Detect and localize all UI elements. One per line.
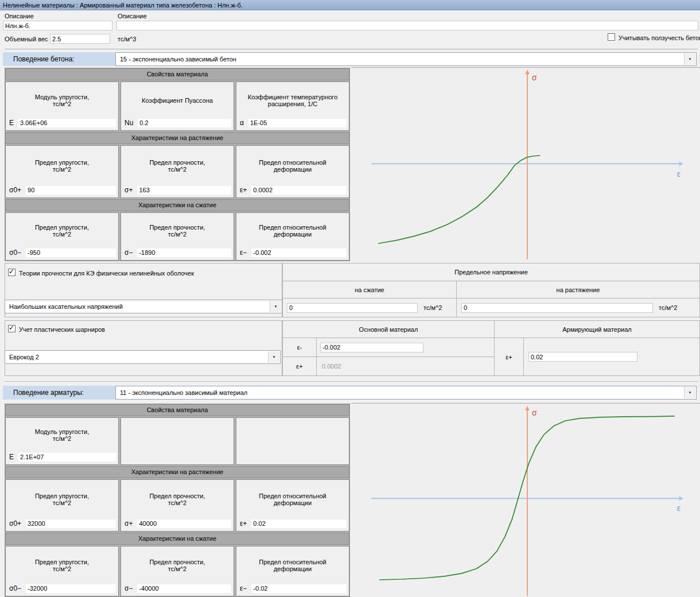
hinges-checkbox[interactable]: ✓ <box>8 325 15 332</box>
steel-compression-elastic-cell: Предел упругости, тс/м^2 σ0− <box>5 546 119 596</box>
concrete-tension-strain-cell: Предел относительной деформации ε+ <box>236 145 349 198</box>
concrete-behavior-combobox[interactable]: 15 - экспоненциально зависимый бетон ▼ <box>115 52 697 66</box>
chevron-down-icon[interactable]: ▼ <box>270 301 281 312</box>
concrete-tension-strength-input[interactable] <box>137 186 231 195</box>
cell-label: Предел прочности, тс/м^2 <box>121 213 234 247</box>
cell-prefix: α <box>240 119 244 127</box>
concrete-tension-strength-cell: Предел прочности, тс/м^2 σ+ <box>120 145 234 198</box>
concrete-tension-elastic-cell: Предел упругости, тс/м^2 σ0+ <box>5 145 119 198</box>
cell-label: Предел относительной деформации <box>236 146 349 184</box>
creep-checkbox[interactable] <box>608 33 615 41</box>
section-header-material-properties: Свойства материала <box>5 68 349 80</box>
hinges-combo-value: Еврокод 2 <box>9 351 39 363</box>
reinf-behavior-combobox[interactable]: 11 - экспоненциально зависимый материал … <box>115 386 697 400</box>
svg-text:σ: σ <box>532 408 537 417</box>
hinges-checkbox-label: Учет пластических шарниров <box>19 326 105 333</box>
theory-combo-value: Наибольших касательных напряжений <box>9 300 123 313</box>
nonlinear-material-dialog: Нелинейные материалы : Армированный мате… <box>0 0 700 597</box>
concrete-compression-elastic-input[interactable] <box>26 249 116 257</box>
cell-prefix: σ+ <box>125 186 133 194</box>
chevron-down-icon[interactable]: ▼ <box>268 351 279 363</box>
chevron-down-icon[interactable]: ▼ <box>684 53 695 65</box>
main-eps-plus-value: 0.0002 <box>322 363 341 370</box>
section-header-compression: Характеристики на сжатие <box>5 199 349 211</box>
checkmark-icon: ✓ <box>9 324 14 332</box>
cell-prefix: σ0+ <box>9 520 21 528</box>
theory-combobox[interactable]: Наибольших касательных напряжений ▼ <box>5 300 282 313</box>
concrete-poisson-cell: Коэффициент Пуассона Nu <box>120 82 234 131</box>
hinge-materials-table: Основной материал Армирующий материал ε-… <box>282 320 700 376</box>
concrete-modulus-input[interactable] <box>18 119 116 127</box>
cell-prefix: E <box>9 119 14 127</box>
concrete-modulus-cell: Модуль упругости, тс/м^2 E <box>5 82 119 131</box>
cell-label: Модуль упругости, тс/м^2 <box>6 418 118 451</box>
concrete-tension-elastic-input[interactable] <box>26 186 116 195</box>
cell-label: Модуль упругости, тс/м^2 <box>6 82 118 117</box>
cell-label: Предел прочности, тс/м^2 <box>121 146 234 184</box>
steel-modulus-input[interactable] <box>18 453 116 462</box>
steel-tension-strain-input[interactable] <box>251 520 347 528</box>
cell-label: Предел прочности, тс/м^2 <box>121 480 234 518</box>
description-input-2[interactable] <box>116 21 698 30</box>
concrete-behavior-label: Поведение бетона: <box>3 52 115 66</box>
concrete-thermal-input[interactable] <box>248 119 347 127</box>
main-eps-minus-label: ε- <box>283 338 317 356</box>
concrete-compression-elastic-cell: Предел упругости, тс/м^2 σ0− <box>5 212 119 261</box>
hinges-combobox[interactable]: Еврокод 2 ▼ <box>5 350 281 364</box>
description-input-1[interactable] <box>3 21 112 30</box>
steel-compression-elastic-input[interactable] <box>26 584 116 593</box>
limit-stress-table: Предельное напряжение на сжатие на растя… <box>282 263 700 317</box>
reinf-eps-plus-label: ε+ <box>495 338 524 375</box>
steel-compression-strength-cell: Предел прочности, тс/м^2 σ− <box>120 546 234 596</box>
cell-prefix: E <box>9 453 14 461</box>
limit-stress-col-compression: на сжатие <box>283 281 457 298</box>
limit-tension-input[interactable] <box>461 303 653 313</box>
concrete-compression-strain-input[interactable] <box>251 249 347 257</box>
steel-compression-strain-input[interactable] <box>251 584 347 593</box>
reinf-material-header: Армирующий материал <box>495 321 699 338</box>
steel-tension-strength-input[interactable] <box>137 520 231 528</box>
cell-label: Предел упругости, тс/м^2 <box>6 146 118 184</box>
concrete-compression-strength-cell: Предел прочности, тс/м^2 σ− <box>120 212 234 261</box>
cell-prefix: ε− <box>240 249 247 257</box>
cell-label: Предел относительной деформации <box>236 213 349 247</box>
cell-label: Предел упругости, тс/м^2 <box>6 546 118 583</box>
cell-label: Коэффициент Пуассона <box>121 82 234 117</box>
concrete-compression-strain-cell: Предел относительной деформации ε− <box>236 212 349 261</box>
limit-compression-input[interactable] <box>287 303 418 313</box>
concrete-compression-strength-input[interactable] <box>137 249 231 257</box>
concrete-tension-strain-input[interactable] <box>251 186 347 195</box>
section-header-tension: Характеристики на растяжение <box>5 466 349 478</box>
unit-weight-unit: тс/м^3 <box>118 36 136 42</box>
steel-tension-elastic-input[interactable] <box>26 520 116 528</box>
cell-prefix: Nu <box>125 119 133 127</box>
chevron-down-icon[interactable]: ▼ <box>684 387 695 398</box>
limit-stress-col-tension: на растяжение <box>457 281 699 298</box>
unit-weight-input[interactable] <box>50 34 110 44</box>
window-title: Нелинейные материалы : Армированный мате… <box>3 2 243 9</box>
steel-compression-strain-cell: Предел относительной деформации ε− <box>236 546 349 596</box>
empty-cell <box>236 417 349 465</box>
separator <box>5 381 698 382</box>
reinf-eps-plus-input[interactable] <box>528 352 637 362</box>
theory-checkbox[interactable]: ✓ <box>8 269 15 276</box>
cell-prefix: σ0− <box>9 584 21 592</box>
steel-compression-strength-input[interactable] <box>137 584 231 593</box>
checkmark-icon: ✓ <box>9 268 14 276</box>
concrete-properties-grid: Свойства материала Модуль упругости, тс/… <box>5 68 350 261</box>
svg-text:ε: ε <box>677 503 680 513</box>
concrete-thermal-cell: Коэффициент температурного расширения, 1… <box>236 82 349 131</box>
cell-prefix: ε+ <box>240 520 247 528</box>
main-eps-minus-input[interactable] <box>320 343 423 352</box>
reinf-behavior-label: Поведение арматуры: <box>3 386 115 400</box>
concrete-poisson-input[interactable] <box>138 119 231 127</box>
cell-label: Коэффициент температурного расширения, 1… <box>236 82 349 117</box>
section-header-compression: Характеристики на сжатие <box>5 533 349 545</box>
steel-stress-strain-chart: σε <box>351 403 700 597</box>
steel-properties-grid: Свойства материала Модуль упругости, тс/… <box>5 404 350 597</box>
cell-prefix: σ− <box>125 584 133 592</box>
concrete-behavior-value: 15 - экспоненциально зависимый бетон <box>120 53 236 65</box>
steel-tension-elastic-cell: Предел упругости, тс/м^2 σ0+ <box>5 479 119 532</box>
svg-text:σ: σ <box>532 73 537 82</box>
cell-label: Предел относительной деформации <box>236 546 349 583</box>
